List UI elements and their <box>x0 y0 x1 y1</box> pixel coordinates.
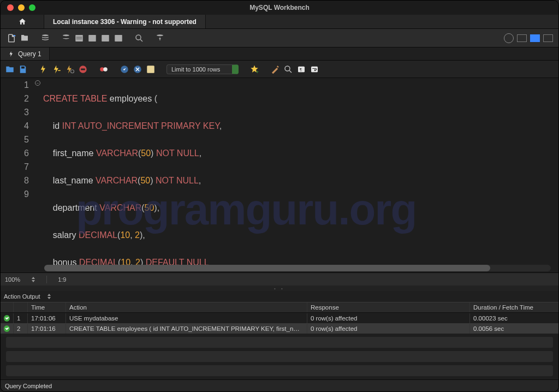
svg-point-10 <box>71 69 74 73</box>
lightning-icon <box>8 51 15 57</box>
titlebar: MySQL Workbench <box>1 1 558 15</box>
no-limit-toggle-icon[interactable] <box>99 64 109 74</box>
svg-rect-15 <box>147 66 154 73</box>
reconnect-dbms-icon[interactable] <box>154 33 165 44</box>
row-limit-label: Limit to 1000 rows <box>171 66 220 73</box>
svg-line-18 <box>290 70 292 73</box>
right-panel-toggle[interactable] <box>543 34 553 42</box>
create-view-icon[interactable] <box>87 33 98 44</box>
svg-point-17 <box>285 66 290 71</box>
connection-tabs: Local instance 3306 - Warning - not supp… <box>1 15 558 29</box>
execute-icon[interactable] <box>39 64 49 74</box>
bottom-panel-toggle[interactable] <box>530 34 540 42</box>
open-file-icon[interactable] <box>5 64 15 74</box>
output-panel-header: Action Output <box>1 291 558 302</box>
svg-rect-9 <box>58 70 61 71</box>
col-action[interactable]: Action <box>66 302 307 312</box>
svg-line-7 <box>140 39 142 41</box>
create-table-icon[interactable] <box>74 33 85 44</box>
editor-status-bar: 100% 1:9 <box>1 272 558 286</box>
search-table-data-icon[interactable] <box>134 33 145 44</box>
query-tab-label: Query 1 <box>18 50 41 58</box>
beautify-icon[interactable] <box>270 64 280 74</box>
zoom-stepper-icon[interactable] <box>31 277 35 282</box>
scrollbar-thumb[interactable] <box>44 265 490 271</box>
home-tab[interactable] <box>1 15 44 28</box>
create-snippet-icon[interactable]: + <box>249 64 259 74</box>
fold-gutter: − <box>33 78 43 272</box>
settings-icon[interactable] <box>504 33 514 43</box>
code-area[interactable]: CREATE TABLE employees ( id INT AUTO_INC… <box>43 78 558 272</box>
svg-rect-8 <box>21 66 25 68</box>
svg-rect-4 <box>102 35 109 41</box>
connection-tab-label: Local instance 3306 - Warning - not supp… <box>53 18 197 26</box>
create-procedure-icon[interactable] <box>100 33 111 44</box>
empty-row <box>6 337 553 348</box>
horizontal-scrollbar[interactable] <box>44 265 551 271</box>
empty-row <box>6 365 553 376</box>
row-limit-select[interactable]: Limit to 1000 rows <box>166 64 239 74</box>
col-response[interactable]: Response <box>307 302 470 312</box>
output-panel-title: Action Output <box>4 293 40 300</box>
server-admin-icon[interactable] <box>40 33 51 44</box>
svg-text:+: + <box>256 69 259 74</box>
save-file-icon[interactable] <box>18 64 28 74</box>
rollback-icon[interactable] <box>133 64 142 74</box>
action-output-row[interactable]: 2 17:01:16 CREATE TABLE employees ( id I… <box>1 323 558 334</box>
connection-tab[interactable]: Local instance 3306 - Warning - not supp… <box>44 15 206 28</box>
sql-editor[interactable]: 123 456 789 − CREATE TABLE employees ( i… <box>1 78 558 272</box>
word-wrap-icon[interactable] <box>310 64 319 74</box>
left-panel-toggle[interactable] <box>517 34 527 42</box>
line-gutter: 123 456 789 <box>1 78 33 272</box>
col-time[interactable]: Time <box>28 302 66 312</box>
main-toolbar <box>1 29 558 47</box>
home-icon <box>18 17 27 26</box>
action-output-header: Time Action Response Duration / Fetch Ti… <box>1 302 558 313</box>
split-handle[interactable]: • • <box>1 286 558 291</box>
commit-icon[interactable] <box>120 64 129 74</box>
new-sql-tab-icon[interactable] <box>6 33 17 44</box>
query-tabs: Query 1 <box>1 47 558 61</box>
create-function-icon[interactable] <box>113 33 124 44</box>
col-duration[interactable]: Duration / Fetch Time <box>470 302 558 312</box>
status-message: Query Completed <box>5 383 52 389</box>
svg-rect-0 <box>75 35 83 41</box>
app-window: MySQL Workbench Local instance 3306 - Wa… <box>0 0 559 392</box>
svg-rect-2 <box>76 38 82 39</box>
svg-rect-3 <box>88 35 96 41</box>
window-title: MySQL Workbench <box>1 4 558 11</box>
svg-point-6 <box>136 35 141 40</box>
stop-icon[interactable] <box>78 64 88 74</box>
success-icon <box>4 325 10 332</box>
fold-icon[interactable]: − <box>35 80 40 86</box>
empty-row <box>6 351 553 362</box>
find-icon[interactable] <box>283 64 293 74</box>
svg-rect-1 <box>76 37 82 37</box>
editor-toolbar: Limit to 1000 rows + ¶ <box>1 61 558 78</box>
autocommit-toggle-icon[interactable] <box>146 64 156 74</box>
cursor-position: 1:9 <box>58 276 66 283</box>
invisible-chars-icon[interactable]: ¶ <box>296 64 306 74</box>
svg-text:¶: ¶ <box>300 67 302 72</box>
output-type-stepper-icon[interactable] <box>47 294 51 299</box>
zoom-level[interactable]: 100% <box>5 276 20 283</box>
action-output-table: Time Action Response Duration / Fetch Ti… <box>1 302 558 379</box>
explain-icon[interactable] <box>65 64 75 74</box>
query-tab-1[interactable]: Query 1 <box>1 47 50 60</box>
open-sql-file-icon[interactable] <box>19 33 30 44</box>
success-icon <box>4 315 10 322</box>
execute-current-icon[interactable] <box>52 64 62 74</box>
create-schema-icon[interactable] <box>61 33 72 44</box>
status-bar: Query Completed <box>1 379 558 391</box>
action-output-row[interactable]: 1 17:01:06 USE mydatabase 0 row(s) affec… <box>1 313 558 323</box>
svg-point-12 <box>103 67 108 72</box>
svg-rect-5 <box>115 35 122 41</box>
